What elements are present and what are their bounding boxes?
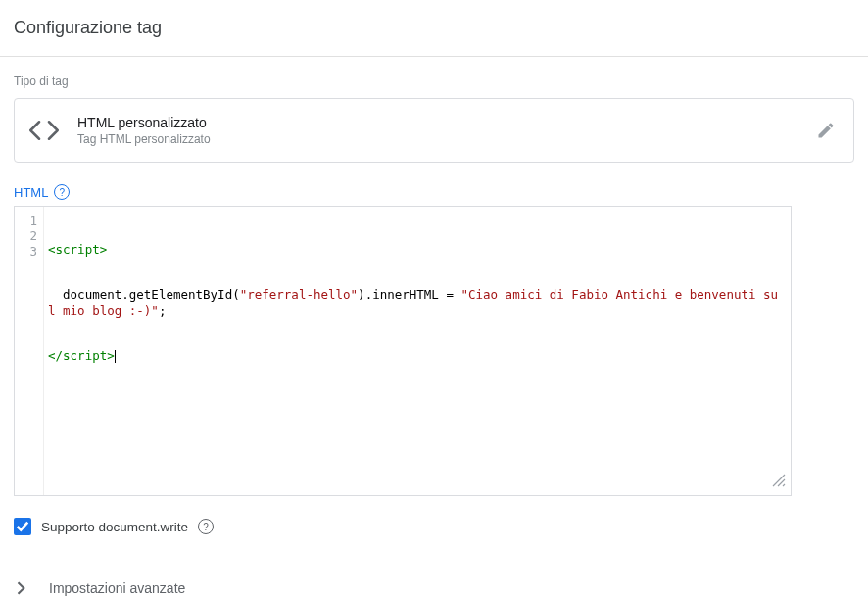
help-icon[interactable]: ? xyxy=(198,519,214,534)
code-line-3: </script> xyxy=(48,348,785,364)
document-write-checkbox[interactable] xyxy=(14,518,31,535)
html-code-editor[interactable]: 1 2 3 <script> document.getElementById("… xyxy=(14,206,792,496)
resize-handle-icon[interactable] xyxy=(771,473,787,491)
tag-type-info: HTML personalizzato Tag HTML personalizz… xyxy=(77,115,795,146)
tag-type-card[interactable]: HTML personalizzato Tag HTML personalizz… xyxy=(14,98,854,163)
html-editor-label: HTML xyxy=(14,185,48,200)
tag-type-subtitle: Tag HTML personalizzato xyxy=(77,132,795,146)
code-line-2: document.getElementById("referral-hello"… xyxy=(48,287,785,319)
page-header: Configurazione tag xyxy=(0,0,868,57)
code-line-1: <script> xyxy=(48,242,785,258)
document-write-option: Supporto document.write ? xyxy=(14,518,854,535)
editor-content[interactable]: <script> document.getElementById("referr… xyxy=(44,207,791,495)
document-write-label: Supporto document.write xyxy=(41,520,188,534)
tag-type-section-label: Tipo di tag xyxy=(14,75,854,88)
content-area: Tipo di tag HTML personalizzato Tag HTML… xyxy=(0,57,868,602)
page-title: Configurazione tag xyxy=(14,18,854,38)
html-editor-label-row: HTML ? xyxy=(14,184,854,200)
gutter-line: 1 xyxy=(15,213,37,228)
tag-type-title: HTML personalizzato xyxy=(77,115,795,130)
advanced-settings-label: Impostazioni avanzate xyxy=(49,580,185,596)
gutter-line: 3 xyxy=(15,244,37,260)
gutter-line: 2 xyxy=(15,228,37,244)
edit-pencil-icon[interactable] xyxy=(812,117,840,144)
help-icon[interactable]: ? xyxy=(54,184,70,200)
code-icon xyxy=(28,115,60,146)
advanced-settings-toggle[interactable]: Impostazioni avanzate xyxy=(14,575,854,602)
chevron-right-icon xyxy=(14,581,29,595)
editor-gutter: 1 2 3 xyxy=(15,207,44,495)
